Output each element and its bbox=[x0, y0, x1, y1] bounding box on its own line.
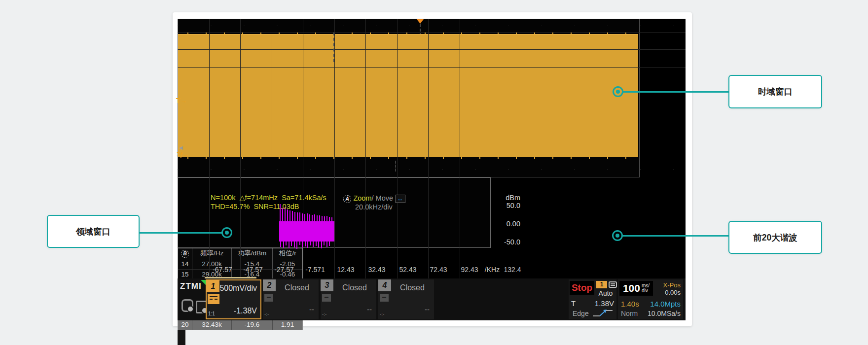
x-axis-end-value: 132.4 bbox=[504, 266, 521, 274]
dbm-axis: dBm 50.00.00-50.0 bbox=[473, 194, 520, 246]
gridline-v bbox=[428, 19, 429, 320]
xpos-value: 0.00s bbox=[665, 289, 681, 296]
fft-info-line2: THD=45.7% SNR=11.03dB bbox=[211, 203, 299, 210]
fft-tooth bbox=[318, 242, 319, 247]
x-tick-label: 72.43 bbox=[430, 266, 447, 274]
fft-spike bbox=[307, 213, 308, 221]
fft-spike bbox=[319, 215, 320, 221]
fft-tooth bbox=[296, 242, 297, 249]
x-tick-label: 92.43 bbox=[461, 266, 478, 274]
collapse-menu-icon[interactable]: ◀ bbox=[179, 145, 183, 150]
acquisition-state-button[interactable]: Stop bbox=[570, 281, 594, 295]
callout-freq-window: 领域窗口 bbox=[47, 215, 140, 248]
trigger-source-badge[interactable]: 1 bbox=[596, 281, 607, 288]
fft-tooth bbox=[324, 242, 325, 245]
freq-per-div-label: 20.0kHz/div bbox=[355, 203, 393, 211]
harmonics-cell-power: -19.6 bbox=[231, 320, 272, 330]
y-tick-label: 0.00 bbox=[473, 220, 520, 228]
channel-status-label: Closed bbox=[393, 283, 432, 292]
gridline-v bbox=[365, 19, 366, 320]
fft-spike bbox=[324, 216, 325, 221]
trigger-panel[interactable]: Stop 1 Auto T 1.38V Edge bbox=[569, 279, 616, 319]
ch1-waveform-trace bbox=[178, 34, 638, 157]
channel3-tab[interactable]: 3 bbox=[321, 279, 333, 291]
annotation-dot-freq-window bbox=[221, 227, 232, 238]
window-a-icon: A bbox=[343, 195, 351, 203]
channel2-tab[interactable]: 2 bbox=[263, 279, 276, 291]
annotation-line-time-window bbox=[622, 91, 728, 93]
acquire-mode[interactable]: Norm bbox=[621, 310, 638, 317]
fft-info-line1: N=100k △f=714mHz Sa=71.4kSa/s bbox=[211, 194, 326, 202]
trigger-type-label[interactable]: Edge bbox=[573, 310, 589, 317]
probe-ratio: -:- bbox=[380, 311, 384, 317]
channel2-panel[interactable]: 2Closed–-:--- bbox=[263, 279, 319, 319]
trigger-level-letter: T bbox=[571, 299, 576, 308]
harmonics-cell-idx: 15 bbox=[178, 270, 192, 279]
capture-time: 1.40s bbox=[621, 300, 639, 308]
probe-ratio: -:- bbox=[264, 311, 269, 317]
trigger-position-icon[interactable] bbox=[417, 19, 424, 24]
col-header-phase: 相位/r bbox=[272, 248, 302, 259]
channel1-probe-ratio: 1:1 bbox=[208, 311, 215, 316]
fft-tooth bbox=[321, 242, 322, 248]
move-mode-label[interactable]: / Move bbox=[372, 194, 394, 202]
status-bar: ZTMI 1 1:1 500mV/div -1.38V 2Closed–-:--… bbox=[178, 278, 686, 320]
fft-tooth bbox=[313, 242, 314, 247]
menu-sidebar: ◀ bbox=[178, 330, 185, 345]
fft-tooth bbox=[329, 242, 330, 246]
channel1-panel[interactable]: 1 1:1 500mV/div -1.38V bbox=[206, 279, 261, 319]
spectrum-center-ticks bbox=[333, 33, 334, 62]
timebase-display[interactable]: 100 ms/div bbox=[619, 281, 653, 296]
fft-tooth bbox=[310, 242, 311, 245]
gridline-v bbox=[303, 19, 303, 320]
fft-mode-row: A Zoom/ Move ↔ bbox=[343, 194, 405, 203]
timebase-panel[interactable]: 100 ms/div X-Pos 0.00s 1.40s 14.0Mpts No… bbox=[618, 279, 683, 319]
channel3-panel[interactable]: 3Closed–-:--- bbox=[321, 279, 376, 319]
fft-spike bbox=[299, 212, 300, 221]
fft-spike bbox=[289, 210, 290, 221]
channel4-panel[interactable]: 4Closed–-:--- bbox=[378, 279, 434, 319]
fft-spike bbox=[292, 211, 293, 221]
fft-spike bbox=[297, 212, 298, 221]
annotation-dot-harmonics bbox=[612, 230, 623, 241]
x-axis-unit: /KHz bbox=[485, 266, 500, 274]
trigger-mode-label[interactable]: Auto bbox=[594, 289, 617, 297]
rising-edge-icon bbox=[591, 309, 614, 318]
fft-spike bbox=[312, 215, 313, 221]
channel4-tab[interactable]: 4 bbox=[378, 279, 391, 291]
gridline-v bbox=[334, 19, 335, 320]
dc-coupling-icon[interactable] bbox=[208, 294, 219, 304]
fft-tooth bbox=[291, 242, 292, 246]
channel1-tab[interactable]: 1 bbox=[207, 280, 219, 292]
channel-value: -- bbox=[309, 305, 314, 313]
x-tick-label: 52.43 bbox=[399, 266, 416, 274]
fft-spike bbox=[287, 209, 288, 221]
zoom-mode-label[interactable]: Zoom bbox=[353, 194, 371, 202]
fft-tooth bbox=[307, 242, 308, 248]
fft-tooth bbox=[280, 242, 281, 247]
harmonics-row[interactable]: 2032.43k-19.61.91 bbox=[178, 319, 302, 330]
ch1-ground-marker[interactable]: 1ƒ→ bbox=[177, 151, 189, 158]
fft-tooth bbox=[286, 242, 287, 245]
oscilloscope-screen: T→ 1ƒ→ N=100k △f=714mHz Sa=71.4kSa/s THD… bbox=[178, 19, 686, 320]
trigger-level-marker[interactable]: T→ bbox=[176, 97, 187, 104]
coupling-box: – bbox=[264, 294, 273, 302]
y-axis-unit: dBm bbox=[473, 194, 520, 202]
fft-spike bbox=[309, 214, 310, 221]
trigger-coupling-icon bbox=[609, 281, 617, 288]
grid-dots bbox=[178, 26, 686, 26]
channel-status-label: Closed bbox=[335, 283, 374, 292]
harmonics-cell-idx: 20 bbox=[178, 320, 192, 330]
gridline-v bbox=[272, 19, 272, 320]
channel1-offset: -1.38V bbox=[234, 307, 257, 315]
touch-icon[interactable] bbox=[181, 299, 193, 312]
brand-logo: ZTMI bbox=[180, 281, 202, 291]
fft-tooth bbox=[299, 242, 300, 245]
gridline-h bbox=[178, 67, 686, 68]
corner-indicator-icon bbox=[201, 280, 206, 285]
gridline-v bbox=[460, 19, 460, 320]
pan-horizontal-icon[interactable]: ↔ bbox=[396, 195, 405, 203]
fft-spike bbox=[317, 215, 318, 221]
fft-spike bbox=[294, 212, 295, 221]
fft-spike bbox=[331, 217, 332, 221]
